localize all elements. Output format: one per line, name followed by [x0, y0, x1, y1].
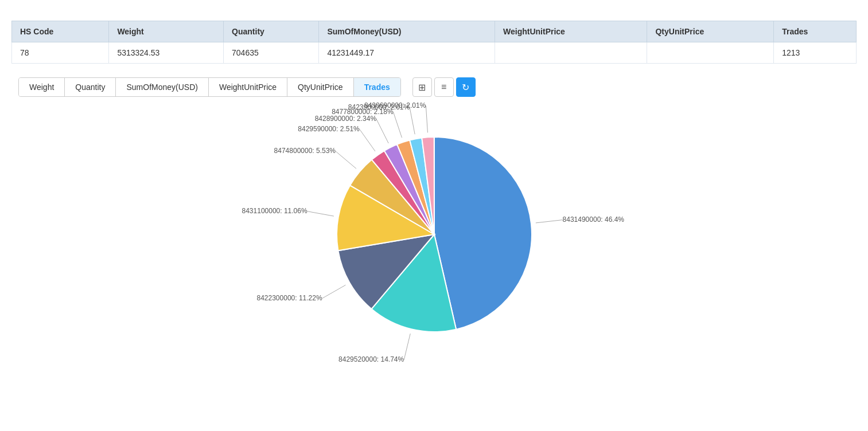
col-header-quantity: Quantity: [224, 21, 319, 42]
table-cell: 704635: [224, 42, 319, 64]
tab-qtyunitprice[interactable]: QtyUnitPrice: [287, 78, 354, 96]
col-header-trades: Trades: [774, 21, 857, 42]
col-header-weight: Weight: [109, 21, 224, 42]
table-cell: 5313324.53: [109, 42, 224, 64]
label-line-7: [393, 112, 402, 138]
label-line-8: [410, 108, 415, 134]
label-line-6: [376, 119, 388, 143]
col-header-weightunitprice: WeightUnitPrice: [495, 21, 647, 42]
label-line-1: [404, 334, 410, 360]
refresh-icon[interactable]: ↻: [456, 77, 476, 97]
table-cell: 41231449.17: [319, 42, 495, 64]
pie-label-3: 8431100000: 11.06%: [242, 207, 307, 215]
overview-table: HS CodeWeightQuantitySumOfMoney(USD)Weig…: [11, 21, 857, 64]
pie-label-4: 8474800000: 5.53%: [274, 147, 336, 155]
table-cell: [647, 42, 774, 64]
tab-weight[interactable]: Weight: [19, 78, 65, 96]
pie-label-5: 8429590000: 2.51%: [298, 125, 360, 133]
table-cell: [495, 42, 647, 64]
label-line-3: [307, 211, 333, 216]
pie-label-1: 8429520000: 14.74%: [338, 355, 404, 363]
pie-label-0: 8431490000: 46.4%: [562, 215, 624, 224]
table-row: 785313324.5370463541231449.171213: [12, 42, 857, 64]
table-cell: 1213: [774, 42, 857, 64]
tab-trades[interactable]: Trades: [354, 78, 400, 96]
pie-label-6: 8428900000: 2.34%: [314, 115, 376, 123]
tab-sumofmoneyusd[interactable]: SumOfMoney(USD): [116, 78, 208, 96]
col-header-qtyunitprice: QtyUnitPrice: [647, 21, 774, 42]
tab-quantity[interactable]: Quantity: [65, 78, 116, 96]
pie-label-2: 8422300000: 11.22%: [256, 294, 322, 302]
col-header-sumofmoneyusd: SumOfMoney(USD): [319, 21, 495, 42]
pie-chart-svg: 8431490000: 46.4%8429520000: 14.74%84223…: [216, 120, 652, 366]
table-cell: 78: [12, 42, 109, 64]
label-line-0: [535, 220, 562, 223]
details-tab-group: WeightQuantitySumOfMoney(USD)WeightUnitP…: [18, 77, 401, 97]
tab-weightunitprice[interactable]: WeightUnitPrice: [209, 78, 287, 96]
list-icon[interactable]: ≡: [434, 77, 454, 97]
col-header-hscode: HS Code: [12, 21, 109, 42]
pie-chart-container: 8431490000: 46.4%8429520000: 14.74%84223…: [216, 120, 652, 361]
label-line-2: [322, 285, 345, 298]
label-line-4: [336, 151, 356, 169]
label-line-9: [426, 105, 427, 132]
label-line-5: [359, 130, 375, 151]
chart-area: 8431490000: 46.4%8429520000: 14.74%84223…: [11, 108, 857, 372]
icon-group: ⊞≡↻: [412, 77, 476, 97]
pie-label-9: 8430690000: 2.01%: [364, 101, 426, 109]
table-icon[interactable]: ⊞: [412, 77, 432, 97]
